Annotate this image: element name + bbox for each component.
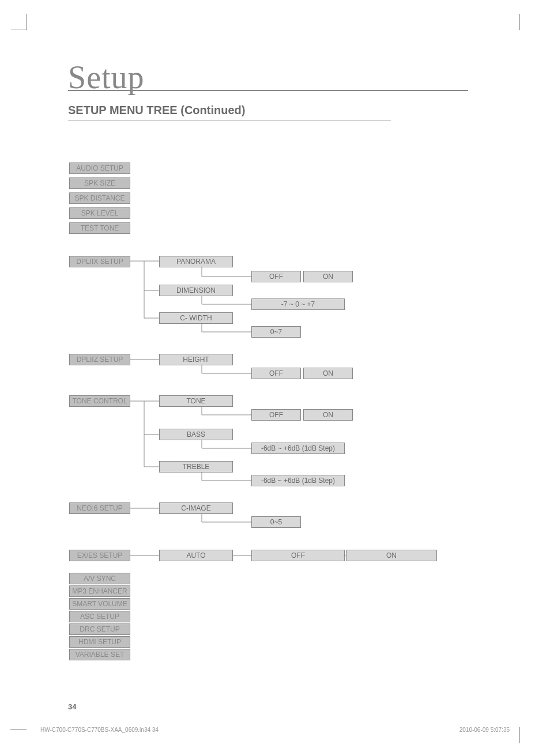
- value-tone-on: ON: [303, 409, 353, 421]
- value-exes-off: OFF: [251, 550, 345, 561]
- value-cimage: 0~5: [251, 516, 301, 528]
- menu-smart-vol: SMART VOLUME: [69, 598, 130, 610]
- menu-tone: TONE: [159, 395, 233, 407]
- section-rule: [68, 120, 391, 120]
- menu-variable: VARIABLE SET: [69, 649, 130, 660]
- value-treble: -6dB ~ +6dB (1dB Step): [251, 475, 345, 486]
- menu-spk-size: SPK SIZE: [69, 177, 130, 189]
- menu-panorama: PANORAMA: [159, 256, 233, 267]
- menu-treble: TREBLE: [159, 461, 233, 472]
- value-panorama-on: ON: [303, 271, 353, 282]
- crop-mark: [519, 14, 520, 30]
- menu-dpliiz: DPLIIZ SETUP: [69, 354, 130, 365]
- crop-mark: [10, 729, 27, 730]
- section-title: SETUP MENU TREE (Continued): [68, 104, 245, 117]
- crop-mark: [519, 727, 520, 743]
- menu-neo6: NEO:6 SETUP: [69, 502, 130, 514]
- value-bass: -6dB ~ +6dB (1dB Step): [251, 443, 345, 454]
- menu-audio-setup: AUDIO SETUP: [69, 162, 130, 174]
- value-exes-on: ON: [346, 550, 437, 561]
- value-height-off: OFF: [251, 368, 301, 379]
- value-dimension: -7 ~ 0 ~ +7: [251, 298, 345, 310]
- value-height-on: ON: [303, 368, 353, 379]
- menu-spk-distance: SPK DISTANCE: [69, 192, 130, 204]
- value-tone-off: OFF: [251, 409, 301, 421]
- value-exes-auto: AUTO: [159, 550, 233, 561]
- menu-asc: ASC SETUP: [69, 611, 130, 622]
- menu-hdmi: HDMI SETUP: [69, 636, 130, 648]
- title-rule: [68, 90, 468, 91]
- page-number: 34: [68, 702, 76, 711]
- menu-test-tone: TEST TONE: [69, 222, 130, 234]
- menu-tone-control: TONE CONTROL: [69, 395, 130, 407]
- menu-mp3: MP3 ENHANCER: [69, 585, 130, 597]
- menu-drc: DRC SETUP: [69, 623, 130, 635]
- menu-av-sync: A/V SYNC: [69, 573, 130, 584]
- value-cwidth: 0~7: [251, 326, 301, 338]
- footer-filename: HW-C700-C770S-C770BS-XAA_0609.in34 34: [40, 727, 159, 733]
- menu-cimage: C-IMAGE: [159, 502, 233, 514]
- menu-cwidth: C- WIDTH: [159, 312, 233, 324]
- menu-spk-level: SPK LEVEL: [69, 207, 130, 219]
- menu-bass: BASS: [159, 429, 233, 440]
- menu-dpliix: DPLIIX SETUP: [69, 256, 130, 267]
- menu-height: HEIGHT: [159, 354, 233, 365]
- crop-mark: [14, 17, 26, 29]
- menu-dimension: DIMENSION: [159, 285, 233, 296]
- footer-timestamp: 2010-06-09 5:07:35: [459, 727, 510, 733]
- value-panorama-off: OFF: [251, 271, 301, 282]
- menu-exes: EX/ES SETUP: [69, 550, 130, 561]
